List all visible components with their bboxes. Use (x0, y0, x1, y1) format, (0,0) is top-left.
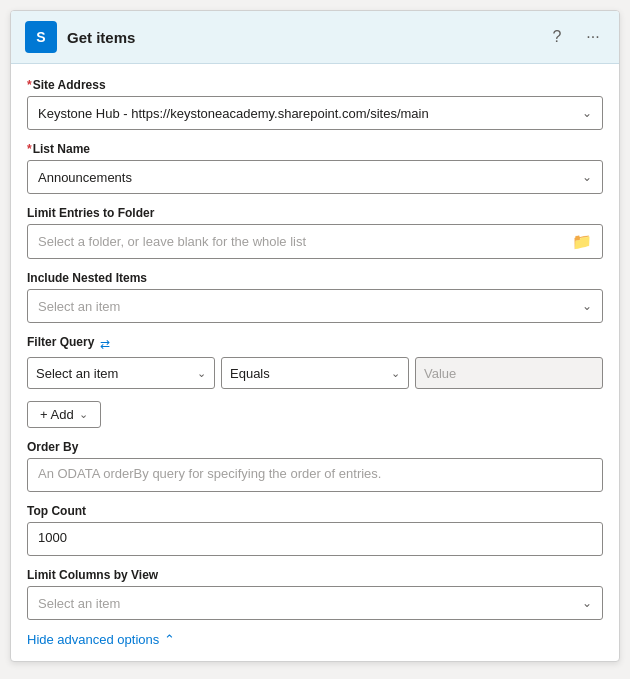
top-count-label: Top Count (27, 504, 603, 518)
required-star: * (27, 78, 32, 92)
filter-select-dropdown[interactable]: Select an item ⌄ (27, 357, 215, 389)
include-nested-dropdown[interactable]: Select an item ⌄ (27, 289, 603, 323)
filter-equals-dropdown[interactable]: Equals ⌄ (221, 357, 409, 389)
filter-query-row: Select an item ⌄ Equals ⌄ Value (27, 357, 603, 389)
site-address-label: *Site Address (27, 78, 603, 92)
filter-query-label: Filter Query (27, 335, 94, 349)
card-body: *Site Address Keystone Hub - https://key… (11, 64, 619, 661)
limit-entries-group: Limit Entries to Folder Select a folder,… (27, 206, 603, 259)
include-nested-group: Include Nested Items Select an item ⌄ (27, 271, 603, 323)
order-by-group: Order By An ODATA orderBy query for spec… (27, 440, 603, 492)
add-button[interactable]: + Add ⌄ (27, 401, 101, 428)
site-address-group: *Site Address Keystone Hub - https://key… (27, 78, 603, 130)
card-header: S Get items ? ··· (11, 11, 619, 64)
filter-query-group: Filter Query ⇄ Select an item ⌄ Equals ⌄… (27, 335, 603, 389)
chevron-down-icon: ⌄ (79, 408, 88, 421)
limit-entries-label: Limit Entries to Folder (27, 206, 603, 220)
filter-arrows-icon: ⇄ (100, 337, 110, 351)
chevron-down-icon: ⌄ (582, 299, 592, 313)
list-name-dropdown[interactable]: Announcements ⌄ (27, 160, 603, 194)
limit-entries-input[interactable]: Select a folder, or leave blank for the … (27, 224, 603, 259)
order-by-input[interactable]: An ODATA orderBy query for specifying th… (27, 458, 603, 492)
list-name-label: *List Name (27, 142, 603, 156)
hide-advanced-button[interactable]: Hide advanced options ⌃ (27, 632, 603, 651)
top-count-group: Top Count 1000 (27, 504, 603, 556)
limit-columns-dropdown[interactable]: Select an item ⌄ (27, 586, 603, 620)
chevron-down-icon: ⌄ (197, 367, 206, 380)
chevron-down-icon: ⌄ (582, 596, 592, 610)
sharepoint-icon: S (25, 21, 57, 53)
card-title: Get items (67, 29, 135, 46)
chevron-down-icon: ⌄ (391, 367, 400, 380)
limit-columns-label: Limit Columns by View (27, 568, 603, 582)
filter-value-input[interactable]: Value (415, 357, 603, 389)
required-star: * (27, 142, 32, 156)
get-items-card: S Get items ? ··· *Site Address Keystone… (10, 10, 620, 662)
top-count-input[interactable]: 1000 (27, 522, 603, 556)
include-nested-label: Include Nested Items (27, 271, 603, 285)
list-name-group: *List Name Announcements ⌄ (27, 142, 603, 194)
header-right: ? ··· (545, 25, 605, 49)
filter-query-label-row: Filter Query ⇄ (27, 335, 603, 353)
order-by-label: Order By (27, 440, 603, 454)
site-address-dropdown[interactable]: Keystone Hub - https://keystoneacademy.s… (27, 96, 603, 130)
header-left: S Get items (25, 21, 135, 53)
chevron-down-icon: ⌄ (582, 106, 592, 120)
folder-icon: 📁 (572, 232, 592, 251)
limit-columns-group: Limit Columns by View Select an item ⌄ (27, 568, 603, 620)
chevron-up-icon: ⌃ (164, 632, 175, 647)
more-options-button[interactable]: ··· (581, 25, 605, 49)
help-button[interactable]: ? (545, 25, 569, 49)
chevron-down-icon: ⌄ (582, 170, 592, 184)
